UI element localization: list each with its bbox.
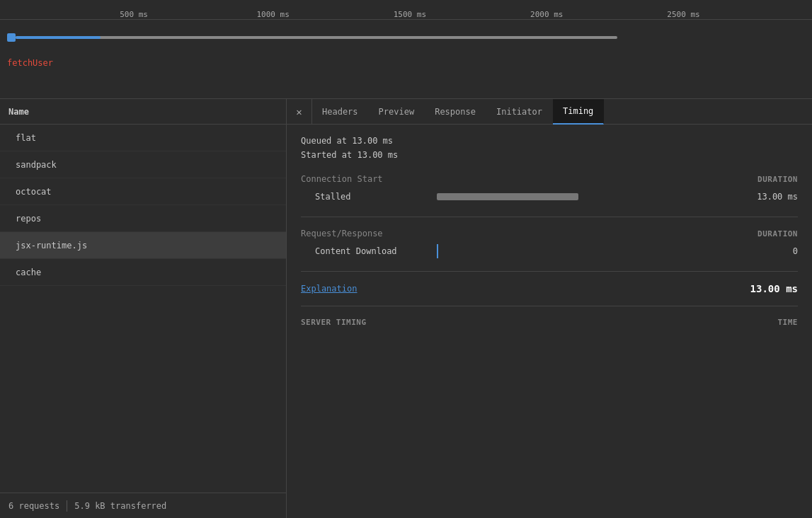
tab-initiator[interactable]: Initiator <box>486 99 553 125</box>
main-layout: Name flat sandpack octocat repos jsx-run… <box>0 99 812 518</box>
detail-tabs: ✕ Headers Preview Response Initiator Tim… <box>287 99 812 125</box>
list-item-cache[interactable]: cache <box>0 259 286 286</box>
ruler-label-2500: 2500 ms <box>667 10 699 19</box>
request-response-header: Request/Response DURATION <box>301 229 798 238</box>
timeline-bar-active <box>16 36 101 39</box>
footer-divider <box>67 500 67 512</box>
list-item-jsx-runtime[interactable]: jsx-runtime.js <box>0 232 286 259</box>
list-item-repos[interactable]: repos <box>0 205 286 232</box>
timeline-section: 500 ms 1000 ms 1500 ms 2000 ms 2500 ms f… <box>0 0 812 99</box>
content-download-bar <box>437 244 438 258</box>
total-duration: 13.00 ms <box>750 283 798 294</box>
timeline-bar-bg <box>16 36 617 39</box>
explanation-link[interactable]: Explanation <box>301 284 357 294</box>
tab-preview[interactable]: Preview <box>369 99 425 125</box>
stalled-duration: 13.00 ms <box>748 192 798 202</box>
close-button[interactable]: ✕ <box>287 99 312 125</box>
stalled-label: Stalled <box>301 192 428 202</box>
connection-start-section: Connection Start DURATION Stalled 13.00 … <box>301 174 798 202</box>
name-panel: Name flat sandpack octocat repos jsx-run… <box>0 99 287 518</box>
request-response-duration-header: DURATION <box>757 229 798 238</box>
section-divider <box>301 217 798 217</box>
queued-at: Queued at 13.00 ms <box>301 136 798 146</box>
list-item-label: cache <box>16 267 41 277</box>
started-at: Started at 13.00 ms <box>301 150 798 160</box>
tab-initiator-label: Initiator <box>496 107 542 117</box>
tab-response-label: Response <box>435 107 476 117</box>
tab-timing-label: Timing <box>563 106 593 116</box>
tab-preview-label: Preview <box>379 107 415 117</box>
explanation-row: Explanation 13.00 ms <box>301 283 798 294</box>
ruler-label-1000: 1000 ms <box>256 10 289 19</box>
footer-requests: 6 requests <box>8 501 59 511</box>
detail-content: Queued at 13.00 ms Started at 13.00 ms C… <box>287 125 812 518</box>
timeline-bar-container <box>7 30 812 45</box>
list-item-label: jsx-runtime.js <box>16 241 87 251</box>
server-timing-header: Server Timing TIME <box>301 318 798 327</box>
connection-duration-header: DURATION <box>757 175 798 184</box>
footer-transferred: 5.9 kB transferred <box>74 501 166 511</box>
connection-start-header: Connection Start DURATION <box>301 174 798 184</box>
content-download-duration: 0 <box>748 246 798 256</box>
list-item-flat[interactable]: flat <box>0 125 286 151</box>
ruler-label-2000: 2000 ms <box>530 10 563 19</box>
tab-headers[interactable]: Headers <box>312 99 369 125</box>
explanation-divider <box>301 271 798 272</box>
server-timing-label: Server Timing <box>301 318 367 327</box>
request-response-section: Request/Response DURATION Content Downlo… <box>301 229 798 257</box>
ruler-label-1500: 1500 ms <box>394 10 426 19</box>
list-item-sandpack[interactable]: sandpack <box>0 151 286 178</box>
name-header: Name <box>0 99 286 125</box>
content-download-label: Content Download <box>301 246 428 256</box>
tab-response[interactable]: Response <box>425 99 486 125</box>
timing-meta: Queued at 13.00 ms Started at 13.00 ms <box>301 136 798 160</box>
stalled-bar-area <box>437 191 740 202</box>
content-download-row: Content Download 0 <box>301 246 798 257</box>
timeline-cursor[interactable] <box>7 33 16 42</box>
name-list: flat sandpack octocat repos jsx-runtime.… <box>0 125 286 493</box>
list-item-label: flat <box>16 133 36 143</box>
list-item-label: octocat <box>16 187 52 197</box>
list-item-octocat[interactable]: octocat <box>0 178 286 205</box>
fetch-user-label: fetchUser <box>0 55 812 71</box>
list-item-label: repos <box>16 214 41 224</box>
timeline-ruler: 500 ms 1000 ms 1500 ms 2000 ms 2500 ms <box>0 0 812 20</box>
connection-start-title: Connection Start <box>301 174 383 184</box>
server-timing-time-header: TIME <box>778 318 799 327</box>
stalled-row: Stalled 13.00 ms <box>301 191 798 202</box>
detail-panel: ✕ Headers Preview Response Initiator Tim… <box>287 99 812 518</box>
content-download-bar-area <box>437 246 740 257</box>
list-item-label: sandpack <box>16 160 57 170</box>
tab-headers-label: Headers <box>322 107 358 117</box>
stalled-bar <box>437 193 578 200</box>
name-footer: 6 requests 5.9 kB transferred <box>0 493 286 518</box>
ruler-label-500: 500 ms <box>120 10 148 19</box>
request-response-title: Request/Response <box>301 229 383 238</box>
timeline-bar-row <box>0 20 812 55</box>
tab-timing[interactable]: Timing <box>553 99 604 125</box>
server-timing-divider <box>301 306 798 306</box>
